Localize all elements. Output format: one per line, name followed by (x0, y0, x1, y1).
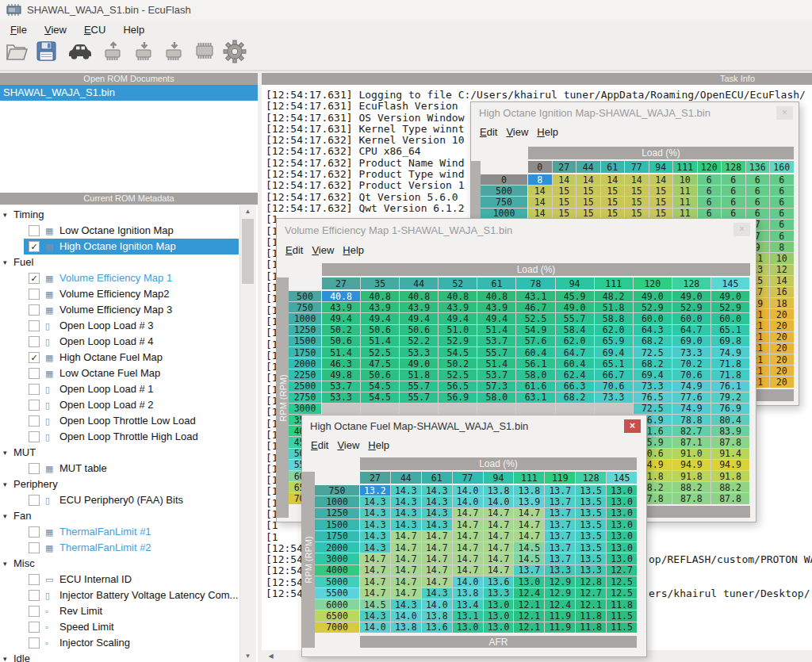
map-cell[interactable]: 43.9 (322, 302, 360, 312)
map-cell[interactable]: 13.7 (514, 565, 544, 576)
checkbox[interactable] (29, 336, 40, 347)
map-cell[interactable]: 11.8 (576, 610, 606, 621)
map-cell[interactable]: 40.8 (477, 291, 515, 301)
map-cell[interactable]: 14.3 (391, 485, 421, 496)
map-cell[interactable] (556, 404, 594, 414)
map-cell[interactable]: 11 (673, 197, 697, 207)
map-cell[interactable]: 51.0 (439, 325, 477, 335)
map-cell[interactable] (322, 404, 360, 414)
map-cell[interactable]: 14.3 (391, 519, 421, 530)
column-header-cell[interactable]: 128 (672, 277, 710, 289)
map-cell[interactable]: 53.7 (477, 369, 515, 380)
map-cell[interactable]: 20 (770, 354, 794, 365)
map-cell[interactable]: 11 (673, 209, 697, 219)
map-cell[interactable]: 49.4 (439, 313, 477, 323)
tree-item[interactable]: ▯Injector Battery Voltage Latency Com... (0, 587, 239, 603)
tree-item[interactable]: ▫Rev Limit (0, 603, 239, 619)
map-cell[interactable]: 12.4 (514, 588, 544, 599)
map-cell[interactable]: 55.7 (477, 347, 515, 358)
map-cell[interactable]: 10 (673, 174, 697, 185)
map-cell[interactable]: 72.5 (634, 404, 672, 414)
map-cell[interactable]: 14.7 (360, 565, 390, 576)
map-cell[interactable]: 73.3 (595, 392, 633, 403)
map-cell[interactable]: 14.3 (391, 508, 421, 519)
map-cell[interactable]: 15 (576, 209, 600, 219)
column-header-cell[interactable]: 44 (391, 472, 421, 484)
tree-item[interactable]: ▦Low Octane Fuel Map (0, 365, 239, 381)
map-cell[interactable]: 52.5 (516, 313, 554, 323)
open-rom-icon[interactable] (3, 40, 30, 68)
map-cell[interactable]: 51.4 (322, 347, 360, 358)
map-cell[interactable]: 6 (770, 186, 794, 196)
map-cell[interactable]: 20 (770, 332, 794, 342)
map-cell[interactable]: 58.4 (556, 325, 594, 335)
row-header-cell[interactable]: 4000 (315, 565, 359, 576)
map-cell[interactable]: 50.6 (400, 325, 438, 335)
column-header-cell[interactable]: 44 (576, 161, 600, 173)
column-header-cell[interactable]: 111 (673, 161, 697, 173)
checkbox[interactable] (29, 463, 40, 474)
map-cell[interactable]: 12.7 (576, 588, 606, 599)
tree-item[interactable]: ▯Open Loop Throttle Low Load (0, 413, 239, 429)
column-header-cell[interactable]: 77 (625, 161, 649, 173)
map-menu-view[interactable]: View (337, 439, 359, 451)
checkbox[interactable] (29, 320, 40, 331)
checkbox[interactable] (29, 526, 40, 538)
map-cell[interactable]: 57.3 (477, 381, 515, 392)
map-cell[interactable]: 14 (770, 276, 794, 286)
tree-item[interactable]: ▦Volume Efficiency Map 3 (0, 302, 239, 318)
column-header-cell[interactable]: 61 (422, 472, 452, 484)
collapse-arrow-icon[interactable]: ▾ (3, 476, 7, 492)
map-cell[interactable]: 11 (673, 186, 697, 196)
map-cell[interactable]: 15 (601, 209, 625, 219)
column-header-cell[interactable]: 120 (634, 277, 672, 289)
map-cell[interactable]: 73.3 (672, 347, 710, 358)
map-cell[interactable]: 13.5 (576, 496, 606, 507)
map-cell[interactable]: 60.0 (711, 313, 749, 323)
map-cell[interactable]: 11.5 (607, 622, 637, 633)
column-header-cell[interactable]: 111 (595, 277, 633, 289)
map-cell[interactable]: 14 (528, 209, 552, 219)
map-cell[interactable]: 79.2 (711, 392, 749, 403)
map-cell[interactable]: 52.5 (439, 369, 477, 380)
map-menu-edit[interactable]: Edit (480, 126, 497, 138)
tree-item[interactable]: ▯Open Loop Throttle High Load (0, 429, 239, 445)
column-header-cell[interactable]: 145 (607, 472, 637, 484)
map-cell[interactable]: 49.0 (634, 291, 672, 301)
map-cell[interactable]: 13.1 (453, 610, 483, 621)
map-cell[interactable]: 56.9 (439, 392, 477, 403)
map-cell[interactable]: 13.4 (453, 599, 483, 610)
map-cell[interactable]: 87.8 (711, 437, 749, 447)
tree-item-label[interactable]: ThermalFanLimit #1 (59, 524, 151, 540)
map-cell[interactable]: 65.1 (711, 325, 749, 335)
map-cell[interactable]: 20 (770, 377, 794, 387)
map-cell[interactable]: 61.6 (516, 381, 554, 392)
map-cell[interactable]: 66.3 (556, 381, 594, 392)
column-header-cell[interactable]: 27 (553, 161, 576, 173)
column-header-cell[interactable]: 120 (698, 161, 722, 173)
map-cell[interactable]: 14.7 (453, 508, 483, 519)
tree-item-label[interactable]: ECU Periphery0 (FAA) Bits (59, 492, 183, 508)
map-cell[interactable]: 12.9 (545, 588, 575, 599)
map-cell[interactable]: 13.6 (422, 622, 452, 633)
tree-item[interactable]: ▦ThermalFanLimit #1 (0, 524, 239, 540)
map-cell[interactable]: 68.2 (634, 336, 672, 346)
map-cell[interactable]: 14.3 (360, 496, 390, 507)
map-cell[interactable]: 13.0 (484, 622, 514, 633)
map-cell[interactable]: 49.0 (711, 291, 749, 301)
map-cell[interactable]: 14.3 (422, 508, 452, 519)
map-cell[interactable]: 60.0 (672, 313, 710, 323)
map-cell[interactable]: 15 (649, 197, 673, 207)
map-cell[interactable]: 14.3 (422, 519, 452, 530)
column-header-cell[interactable]: 52 (439, 277, 477, 289)
map-cell[interactable]: 77.6 (672, 392, 710, 403)
tree-item-label[interactable]: Speed Limit (59, 619, 114, 635)
tree-item-label[interactable]: Injector Scaling (59, 635, 130, 651)
map-cell[interactable]: 68.2 (634, 358, 672, 369)
map-cell[interactable]: 94.9 (672, 460, 710, 470)
map-cell[interactable]: 43.9 (439, 302, 477, 312)
row-header-cell[interactable]: 1500 (289, 336, 321, 346)
map-cell[interactable]: 13.8 (514, 485, 544, 496)
map-cell[interactable]: 14.7 (360, 553, 390, 564)
map-cell[interactable]: 53.7 (322, 381, 360, 392)
